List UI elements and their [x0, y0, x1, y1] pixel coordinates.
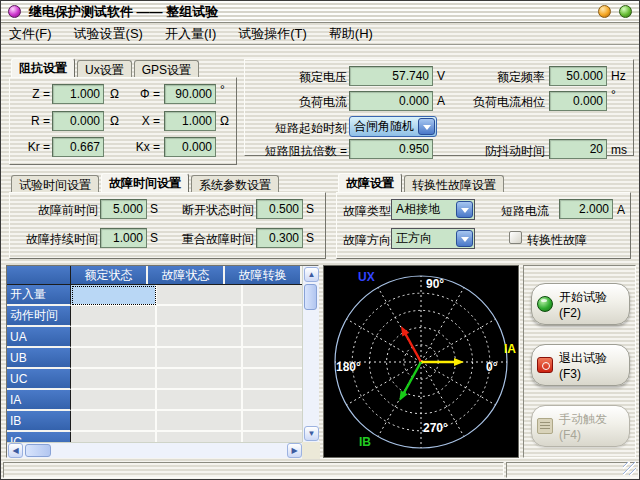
- chevron-down-icon[interactable]: [418, 118, 435, 135]
- prefault-time-field[interactable]: [100, 199, 147, 219]
- tab-impedance-settings[interactable]: 阻抗设置: [11, 58, 75, 77]
- horizontal-scroll-thumb[interactable]: [25, 444, 51, 457]
- table-cell[interactable]: [71, 369, 157, 390]
- z-unit: Ω: [110, 87, 119, 101]
- fault-panel: 故障类型 A相接地 短路电流 A 故障方向 正方向 转换性故障: [336, 192, 631, 259]
- table-cell[interactable]: [243, 306, 302, 327]
- menu-test-settings[interactable]: 试验设置(S): [74, 25, 143, 43]
- kr-field[interactable]: [52, 137, 104, 157]
- scroll-up-button[interactable]: ▲: [304, 267, 319, 282]
- reclose-fault-time-field[interactable]: [256, 228, 303, 248]
- manual-trigger-icon: [537, 418, 553, 434]
- table-cell[interactable]: [71, 390, 157, 411]
- tab-test-time[interactable]: 试验时间设置: [11, 175, 99, 192]
- scroll-down-button[interactable]: ▼: [304, 426, 319, 441]
- table-cell[interactable]: [157, 306, 243, 327]
- minimize-button[interactable]: [598, 5, 611, 18]
- manual-trigger-button[interactable]: 手动触发(F4): [531, 405, 630, 447]
- table-cell[interactable]: [71, 411, 157, 432]
- row-header: UA: [7, 327, 71, 348]
- table-row: 开入量: [7, 285, 302, 306]
- table-cell[interactable]: [157, 348, 243, 369]
- chevron-down-icon[interactable]: [456, 230, 473, 247]
- table-cell[interactable]: [157, 411, 243, 432]
- table-cell[interactable]: [243, 285, 302, 306]
- vertical-scrollbar[interactable]: ▲ ▼: [302, 266, 319, 442]
- debounce-field[interactable]: [549, 139, 607, 159]
- vertical-scroll-thumb[interactable]: [304, 284, 317, 310]
- fault-dir-dropdown[interactable]: 正方向: [391, 228, 475, 249]
- table-row: IB: [7, 411, 302, 432]
- fault-duration-field[interactable]: [100, 228, 147, 248]
- table-cell[interactable]: [243, 369, 302, 390]
- reclose-fault-time-unit: S: [306, 231, 314, 245]
- tab-convert-fault-settings[interactable]: 转换性故障设置: [404, 175, 504, 192]
- phi-field[interactable]: [164, 84, 216, 104]
- table-cell[interactable]: [71, 327, 157, 348]
- table-row: UA: [7, 327, 302, 348]
- table-cell[interactable]: [157, 432, 243, 442]
- table-cell[interactable]: [243, 327, 302, 348]
- tab-fault-settings[interactable]: 故障设置: [338, 173, 402, 192]
- resize-grip[interactable]: [623, 462, 636, 475]
- table-cell[interactable]: [71, 432, 157, 442]
- tab-gps-settings[interactable]: GPS设置: [134, 60, 199, 77]
- fault-type-dropdown[interactable]: A相接地: [391, 199, 475, 220]
- x-unit: Ω: [220, 114, 229, 128]
- r-field[interactable]: [52, 111, 104, 131]
- table-cell[interactable]: [157, 390, 243, 411]
- scroll-right-button[interactable]: ▶: [287, 443, 302, 458]
- rated-freq-field[interactable]: [549, 66, 607, 86]
- angle-180-label: 180°: [336, 360, 361, 374]
- table-cell[interactable]: [71, 306, 157, 327]
- rated-voltage-field[interactable]: [349, 66, 433, 86]
- menu-file[interactable]: 文件(F): [9, 25, 52, 43]
- start-test-button[interactable]: 开始试验(F2): [531, 283, 630, 325]
- x-label: X =: [124, 114, 160, 128]
- table-cell[interactable]: [243, 432, 302, 442]
- x-field[interactable]: [164, 111, 216, 131]
- load-phase-field[interactable]: [549, 91, 607, 111]
- title-bar[interactable]: 继电保护测试软件 —— 整组试验: [1, 1, 639, 23]
- chevron-down-icon[interactable]: [456, 201, 473, 218]
- scroll-left-button[interactable]: ◀: [8, 443, 23, 458]
- convert-fault-checkbox[interactable]: [509, 231, 522, 244]
- horizontal-scrollbar[interactable]: ◀ ▶: [7, 442, 303, 458]
- exit-test-button[interactable]: 退出试验(F3): [531, 344, 630, 386]
- load-current-field[interactable]: [349, 91, 433, 111]
- z-field[interactable]: [52, 84, 104, 104]
- table-cell[interactable]: [243, 411, 302, 432]
- tab-system-params[interactable]: 系统参数设置: [191, 175, 279, 192]
- prefault-time-unit: S: [150, 202, 158, 216]
- exit-test-label: 退出试验(F3): [559, 350, 624, 381]
- menu-test-operation[interactable]: 试验操作(T): [238, 25, 307, 43]
- app-icon: [8, 5, 21, 18]
- menu-binary-input[interactable]: 开入量(I): [165, 25, 216, 43]
- col-fault-state: 故障状态: [148, 266, 225, 284]
- time-panel: 故障前时间 S 断开状态时间 S 故障持续时间 S 重合故障时间 S: [9, 192, 326, 259]
- tab-ux-settings[interactable]: Ux设置: [77, 60, 132, 77]
- window-title: 继电保护测试软件 —— 整组试验: [29, 3, 598, 21]
- table-cell[interactable]: [157, 285, 243, 306]
- close-button[interactable]: [619, 5, 632, 18]
- tab-fault-time[interactable]: 故障时间设置: [101, 173, 189, 192]
- col-fault-convert: 故障转换: [225, 266, 302, 284]
- angle-90-label: 90°: [426, 277, 444, 291]
- angle-0-label: 0°: [486, 360, 497, 374]
- short-current-field[interactable]: [559, 199, 613, 219]
- menu-help[interactable]: 帮助(H): [329, 25, 373, 43]
- open-state-time-field[interactable]: [256, 199, 303, 219]
- table-cell[interactable]: [243, 348, 302, 369]
- table-cell[interactable]: [157, 369, 243, 390]
- short-start-value: 合闸角随机: [350, 118, 418, 135]
- table-cell[interactable]: [71, 348, 157, 369]
- table-cell[interactable]: [157, 327, 243, 348]
- table-cell[interactable]: [243, 390, 302, 411]
- r-label: R =: [14, 114, 50, 128]
- impedance-mult-label: 短路阻抗倍数 =: [247, 143, 347, 160]
- impedance-mult-field[interactable]: [349, 139, 433, 159]
- table-cell-selected[interactable]: [71, 285, 157, 306]
- short-start-dropdown[interactable]: 合闸角随机: [349, 116, 437, 137]
- convert-fault-label: 转换性故障: [527, 232, 587, 249]
- kx-field[interactable]: [164, 137, 216, 157]
